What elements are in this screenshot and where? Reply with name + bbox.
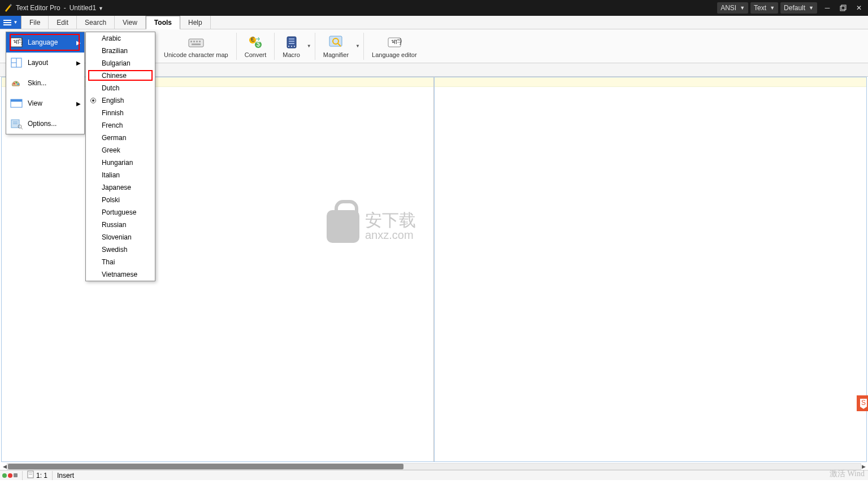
lang-item-french[interactable]: French [86, 119, 155, 132]
magnifier-dropdown[interactable]: ▼ [354, 33, 361, 60]
lang-item-chinese[interactable]: Chinese [86, 69, 155, 82]
svg-rect-14 [289, 41, 294, 42]
svg-rect-0 [840, 6, 845, 11]
lang-item-english[interactable]: English [86, 94, 155, 107]
lang-item-portuguese[interactable]: Portuguese [86, 206, 155, 219]
menu-help[interactable]: Help [180, 16, 211, 29]
lang-item-thai[interactable]: Thai [86, 256, 155, 268]
layout-icon [10, 56, 23, 69]
chevron-right-icon: ▶ [76, 101, 81, 107]
play-icon[interactable] [2, 473, 7, 478]
svg-point-35 [16, 82, 18, 84]
lang-item-finnish[interactable]: Finnish [86, 107, 155, 119]
lang-item-greek[interactable]: Greek [86, 144, 155, 156]
lang-item-russian[interactable]: Russian [86, 219, 155, 231]
menu-tools[interactable]: Tools [146, 16, 180, 29]
record-icon[interactable] [8, 473, 12, 478]
activation-hint: 激活 Wind [830, 469, 865, 479]
magnifier-icon [328, 34, 344, 50]
lang-item-italian[interactable]: Italian [86, 169, 155, 181]
hscrollbar-thumb[interactable] [8, 464, 403, 469]
statusbar: 1: 1 Insert [0, 470, 868, 480]
menu-item-layout[interactable]: Layout ▶ [6, 53, 84, 73]
convert-button[interactable]: €$ Convert [239, 30, 272, 62]
chevron-right-icon: ▶ [76, 40, 81, 46]
svg-text:$: $ [257, 40, 261, 48]
menubar: ▼ File Edit Search View Tools Help [0, 16, 868, 29]
menu-view[interactable]: View [115, 16, 146, 29]
svg-point-34 [14, 83, 15, 85]
svg-text:字: 字 [19, 38, 23, 46]
stop-icon[interactable] [14, 473, 18, 477]
menu-file[interactable]: File [21, 16, 49, 29]
chevron-down-icon[interactable]: ▼ [98, 6, 103, 11]
title-sep: - [64, 4, 66, 12]
svg-text:S: S [861, 399, 866, 407]
lang-item-polski[interactable]: Polski [86, 194, 155, 206]
chevron-down-icon: ▼ [809, 5, 814, 11]
svg-rect-7 [192, 43, 201, 45]
language-editor-button[interactable]: भा字 Language editor [366, 30, 423, 62]
macro-dropdown[interactable]: ▼ [306, 33, 313, 60]
magnifier-button[interactable]: Magnifier [318, 30, 354, 62]
insert-mode[interactable]: Insert [57, 471, 79, 480]
lang-item-slovenian[interactable]: Slovenian [86, 231, 155, 243]
editor-pane-right[interactable] [434, 77, 867, 462]
svg-text:字: 字 [397, 38, 402, 46]
language-icon: भा字 [10, 36, 23, 49]
lang-item-arabic[interactable]: Arabic [86, 32, 155, 45]
lang-item-japanese[interactable]: Japanese [86, 181, 155, 194]
lang-item-dutch[interactable]: Dutch [86, 82, 155, 94]
hamburger-icon [3, 20, 11, 25]
encoding-combo[interactable]: ANSI▼ [717, 2, 748, 14]
svg-point-16 [288, 46, 289, 47]
status-position-section: 1: 1 [27, 471, 53, 480]
skin-icon [10, 76, 23, 90]
chevron-down-icon: ▼ [740, 5, 745, 11]
svg-rect-15 [289, 43, 294, 44]
app-title: Text Editor Pro [16, 4, 60, 12]
svg-point-36 [18, 84, 19, 85]
unicode-charmap-button[interactable]: Unicode character map [158, 30, 234, 62]
svg-point-18 [294, 46, 295, 47]
convert-icon: €$ [248, 34, 263, 50]
lang-item-swedish[interactable]: Swedish [86, 243, 155, 256]
options-icon [10, 117, 23, 130]
svg-point-17 [291, 46, 292, 47]
lang-item-bulgarian[interactable]: Bulgarian [86, 57, 155, 69]
macro-icon [284, 34, 300, 50]
minimize-button[interactable]: ─ [822, 2, 833, 14]
lang-item-hungarian[interactable]: Hungarian [86, 156, 155, 169]
menu-item-skin[interactable]: Skin... [6, 73, 84, 93]
titlebar: Text Editor Pro - Untitled1 ▼ ANSI▼ Text… [0, 0, 868, 16]
restore-button[interactable] [837, 2, 849, 14]
theme-combo[interactable]: Default▼ [780, 2, 817, 14]
document-icon [27, 470, 34, 480]
lang-item-vietnamese[interactable]: Vietnamese [86, 268, 155, 281]
lang-item-german[interactable]: German [86, 132, 155, 144]
menu-edit[interactable]: Edit [49, 16, 77, 29]
macro-record-controls[interactable] [2, 471, 23, 480]
document-name[interactable]: Untitled1 [70, 4, 96, 12]
lang-item-brazilian[interactable]: Brazilian [86, 45, 155, 57]
menu-item-language[interactable]: भा字 Language ▶ [6, 32, 84, 53]
svg-rect-4 [193, 41, 195, 42]
macro-button[interactable]: Macro [277, 30, 306, 62]
view-icon [10, 97, 23, 110]
language-editor-icon: भा字 [387, 34, 402, 50]
chevron-down-icon: ▼ [14, 20, 18, 25]
corner-badge-icon: S [857, 395, 868, 411]
editor-pane-left[interactable] [1, 77, 434, 462]
menu-item-options[interactable]: Options... [6, 114, 84, 134]
app-icon [3, 3, 12, 12]
svg-rect-2 [189, 39, 203, 47]
svg-rect-3 [190, 41, 192, 42]
keyboard-icon [188, 34, 204, 50]
svg-rect-38 [11, 99, 22, 102]
close-button[interactable]: ✕ [853, 2, 865, 14]
cursor-position: 1: 1 [36, 472, 47, 480]
hamburger-menu-button[interactable]: ▼ [0, 16, 21, 29]
mode-combo[interactable]: Text▼ [750, 2, 778, 14]
menu-search[interactable]: Search [77, 16, 115, 29]
menu-item-view[interactable]: View ▶ [6, 93, 84, 114]
